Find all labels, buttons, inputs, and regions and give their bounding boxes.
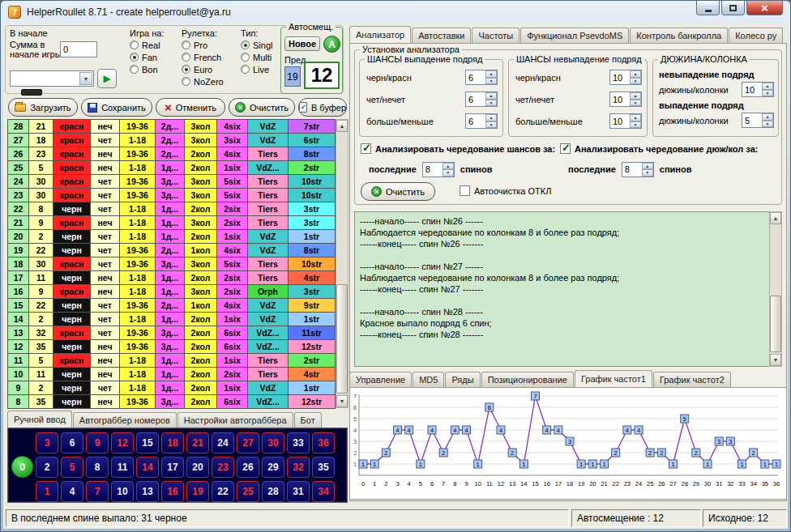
table-scrollbar[interactable]: ▲ ▼ bbox=[336, 119, 348, 408]
number-button-6[interactable]: 6 bbox=[61, 432, 83, 453]
radio-option-singl[interactable]: Singl bbox=[241, 40, 272, 50]
radio-option-live[interactable]: Live bbox=[241, 64, 272, 74]
spins-table-row[interactable]: 1011черннеч1-181д...2кол2sixTiers4str bbox=[8, 368, 336, 381]
log-scroll-up-icon[interactable]: ▲ bbox=[770, 212, 781, 224]
number-button-18[interactable]: 18 bbox=[161, 432, 184, 453]
spinner-up-icon[interactable]: ▲ bbox=[443, 163, 454, 170]
toolbar-floppy-save-button[interactable]: Сохранить bbox=[81, 98, 152, 117]
number-button-24[interactable]: 24 bbox=[212, 432, 234, 453]
spinner-down-icon[interactable]: ▼ bbox=[630, 100, 641, 107]
spins-table-row[interactable]: 2718краснчет1-182д...3кол3sixVdZ6str bbox=[8, 134, 336, 147]
spinner-up-icon[interactable]: ▲ bbox=[630, 114, 641, 121]
number-button-13[interactable]: 13 bbox=[136, 481, 159, 502]
spinner-down-icon[interactable]: ▼ bbox=[485, 100, 497, 107]
tab-ряды[interactable]: Ряды bbox=[445, 372, 480, 387]
number-button-3[interactable]: 3 bbox=[36, 432, 58, 453]
spinner[interactable]: 10▲▼ bbox=[609, 92, 642, 107]
number-button-22[interactable]: 22 bbox=[212, 481, 234, 502]
start-sum-input[interactable] bbox=[60, 41, 97, 57]
tab-функционал-psevdoms[interactable]: Функционал PsevdoMS bbox=[520, 28, 629, 43]
spinner-down-icon[interactable]: ▼ bbox=[762, 121, 773, 128]
spinner[interactable]: 5▲▼ bbox=[742, 113, 774, 128]
radio-option-multi[interactable]: Multi bbox=[241, 52, 272, 62]
radio-option-euro[interactable]: Euro bbox=[182, 64, 224, 74]
radio-option-real[interactable]: Real bbox=[130, 40, 160, 50]
tab-автограббер-номеров[interactable]: Автограббер номеров bbox=[73, 412, 177, 428]
history-combobox[interactable]: ▼ bbox=[10, 70, 94, 87]
spinner[interactable]: 10▲▼ bbox=[609, 70, 642, 85]
spinner[interactable]: 8▲▼ bbox=[622, 162, 654, 177]
number-button-12[interactable]: 12 bbox=[111, 432, 134, 453]
spinner[interactable]: 6▲▼ bbox=[465, 113, 498, 129]
spinner[interactable]: 10▲▼ bbox=[609, 113, 642, 129]
spinner-down-icon[interactable]: ▼ bbox=[630, 121, 641, 129]
spinner-down-icon[interactable]: ▼ bbox=[630, 78, 641, 85]
spinner-down-icon[interactable]: ▼ bbox=[485, 78, 497, 85]
number-button-28[interactable]: 28 bbox=[262, 481, 284, 502]
tab-бот[interactable]: Бот bbox=[294, 412, 322, 428]
spinner[interactable]: 6▲▼ bbox=[465, 70, 498, 85]
spinner[interactable]: 10▲▼ bbox=[742, 82, 774, 97]
number-button-30[interactable]: 30 bbox=[262, 432, 284, 453]
spins-table-row[interactable]: 1922чернчет19-362д...1кол4sixVdZ8str bbox=[8, 244, 336, 257]
spinner-down-icon[interactable]: ▼ bbox=[642, 169, 653, 177]
number-button-19[interactable]: 19 bbox=[186, 481, 209, 502]
number-button-20[interactable]: 20 bbox=[186, 457, 209, 478]
number-button-5[interactable]: 5 bbox=[61, 457, 83, 478]
spinner-up-icon[interactable]: ▲ bbox=[485, 70, 497, 78]
log-scrollbar[interactable]: ▲ ▼ bbox=[769, 211, 782, 367]
number-button-16[interactable]: 16 bbox=[161, 481, 184, 502]
number-button-26[interactable]: 26 bbox=[237, 457, 259, 478]
number-button-0[interactable]: 0 bbox=[11, 456, 33, 478]
spinner[interactable]: 8▲▼ bbox=[422, 162, 455, 177]
spinner-up-icon[interactable]: ▲ bbox=[762, 113, 773, 121]
auto-a-button[interactable]: A bbox=[323, 36, 340, 53]
autoclear-checkbox[interactable] bbox=[460, 185, 470, 196]
close-button[interactable] bbox=[746, 1, 783, 15]
number-button-1[interactable]: 1 bbox=[36, 481, 58, 502]
title-bar[interactable]: 7 HelperRoullet 8.71 - create helperroul… bbox=[1, 1, 790, 23]
toolbar-folder-open-button[interactable]: Загрузить bbox=[8, 98, 78, 117]
tab-частоты[interactable]: Частоты bbox=[472, 28, 519, 43]
number-button-25[interactable]: 25 bbox=[237, 481, 259, 502]
tab-анализатор[interactable]: Анализатор bbox=[349, 26, 411, 43]
tab-автоставки[interactable]: Автоставки bbox=[412, 28, 471, 43]
spins-table-row[interactable]: 202чернчет1-181д...2кол1sixVdZ1str bbox=[8, 230, 336, 244]
number-button-14[interactable]: 14 bbox=[136, 457, 159, 478]
spinner-up-icon[interactable]: ▲ bbox=[762, 83, 773, 90]
radio-option-french[interactable]: French bbox=[182, 52, 224, 62]
number-button-34[interactable]: 34 bbox=[312, 481, 335, 502]
log-scroll-down-icon[interactable]: ▼ bbox=[770, 354, 781, 366]
number-button-32[interactable]: 32 bbox=[287, 457, 310, 478]
number-button-29[interactable]: 29 bbox=[262, 457, 284, 478]
number-button-11[interactable]: 11 bbox=[111, 457, 134, 478]
tab-контроль-банкролла[interactable]: Контроль банкролла bbox=[630, 28, 728, 43]
spins-table-row[interactable]: 1332краснчет19-363д...2кол6sixVdZ...11st… bbox=[8, 326, 336, 340]
number-button-9[interactable]: 9 bbox=[86, 432, 109, 453]
tab-управление[interactable]: Управление bbox=[349, 372, 412, 387]
number-button-33[interactable]: 33 bbox=[287, 432, 310, 453]
spinner-down-icon[interactable]: ▼ bbox=[443, 169, 454, 177]
combo-dropdown-icon[interactable]: ▼ bbox=[79, 72, 92, 85]
number-button-4[interactable]: 4 bbox=[61, 481, 83, 502]
table-scrollbar-thumb[interactable] bbox=[336, 284, 348, 394]
collapse-button[interactable] bbox=[21, 89, 42, 96]
analyzer-clear-button[interactable]: Очистить bbox=[361, 182, 435, 201]
spins-table-row[interactable]: 228чернчет1-181д...2кол2sixTiers3str bbox=[8, 202, 336, 216]
number-button-35[interactable]: 35 bbox=[312, 457, 335, 478]
spins-table-row[interactable]: 1711черннеч1-181д...2кол2sixTiers4str bbox=[8, 271, 336, 285]
spins-table-row[interactable]: 142чернчет1-181д...2кол1sixVdZ1str bbox=[8, 313, 336, 326]
tab-md5[interactable]: MD5 bbox=[413, 372, 444, 387]
number-button-23[interactable]: 23 bbox=[212, 457, 234, 478]
tab-ручной-ввод[interactable]: Ручной ввод bbox=[7, 411, 72, 428]
spins-table-row[interactable]: 219красннеч1-181д...3кол2sixTiers3str bbox=[8, 216, 336, 230]
spinner-up-icon[interactable]: ▲ bbox=[485, 114, 497, 121]
number-button-21[interactable]: 21 bbox=[186, 432, 209, 453]
minimize-button[interactable] bbox=[696, 1, 720, 15]
spins-table-row[interactable]: 92чернчет1-181д...2кол1sixVdZ1str bbox=[8, 381, 336, 395]
alternation-chances-checkbox[interactable] bbox=[361, 143, 371, 154]
tab-позиционирование[interactable]: Позиционирование bbox=[481, 372, 574, 387]
alternation-dozen-checkbox[interactable] bbox=[560, 143, 571, 154]
radio-option-pro[interactable]: Pro bbox=[182, 40, 224, 50]
number-button-7[interactable]: 7 bbox=[86, 481, 109, 502]
